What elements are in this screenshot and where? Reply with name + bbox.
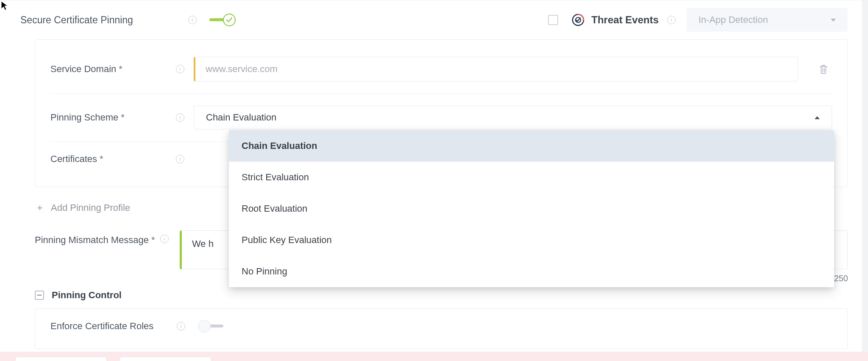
service-domain-input[interactable]: www.service.com [194, 57, 798, 81]
required-asterisk: * [119, 64, 122, 75]
dropdown-option[interactable]: Chain Evaluation [229, 130, 834, 162]
threat-events-label: Threat Events [591, 14, 659, 26]
info-icon[interactable]: i [176, 65, 184, 73]
info-icon[interactable]: i [176, 155, 184, 163]
secure-cert-pinning-toggle[interactable] [209, 16, 236, 24]
plus-icon: + [35, 203, 45, 213]
page-title: Secure Certificate Pinning [20, 14, 133, 26]
threat-events-checkbox[interactable] [548, 15, 558, 25]
info-icon[interactable]: i [667, 16, 676, 24]
threat-events-icon [571, 13, 585, 27]
enforce-certificate-roles-toggle[interactable] [198, 322, 224, 330]
pinning-scheme-select[interactable]: Chain Evaluation [194, 106, 832, 129]
bottom-pill[interactable] [120, 357, 211, 361]
dropdown-option[interactable]: Public Key Evaluation [229, 224, 834, 256]
pinning-control-header[interactable]: − Pinning Control [35, 290, 848, 301]
field-label: Pinning Mismatch Message [35, 235, 149, 246]
info-icon[interactable]: i [176, 113, 184, 122]
required-asterisk: * [121, 112, 125, 123]
detection-select[interactable]: In-App Detection [687, 8, 848, 32]
dropdown-option[interactable]: Root Evaluation [229, 193, 834, 224]
header-row: Secure Certificate Pinning i Threat Even… [0, 0, 868, 39]
info-icon[interactable]: i [188, 16, 197, 24]
char-count: 250 [834, 274, 848, 283]
collapse-icon[interactable]: − [35, 291, 44, 300]
check-icon [223, 14, 236, 26]
required-asterisk: * [151, 235, 155, 246]
dropdown-option[interactable]: Strict Evaluation [229, 162, 834, 193]
add-profile-label: Add Pinning Profile [51, 202, 130, 213]
pinning-control-label: Pinning Control [52, 290, 122, 301]
field-label: Service Domain [50, 64, 116, 75]
dropdown-option[interactable]: No Pinning [229, 256, 834, 287]
right-gutter [862, 0, 868, 361]
info-icon[interactable]: i [160, 235, 169, 243]
chevron-up-icon [815, 116, 820, 119]
chevron-down-icon [831, 19, 836, 22]
service-domain-row: Service Domain * i www.service.com [50, 45, 832, 94]
input-placeholder: www.service.com [206, 64, 278, 75]
input-value-prefix: We h [192, 238, 214, 249]
trash-icon[interactable] [815, 64, 832, 74]
info-icon[interactable]: i [177, 322, 185, 330]
pinning-scheme-dropdown-menu: Chain EvaluationStrict EvaluationRoot Ev… [229, 130, 834, 287]
bottom-bar [0, 352, 868, 361]
required-asterisk: * [100, 154, 103, 165]
field-label: Certificates [50, 154, 97, 165]
field-label: Pinning Scheme [50, 112, 118, 123]
select-value: Chain Evaluation [206, 112, 276, 123]
detection-select-value: In-App Detection [698, 14, 768, 25]
field-label: Enforce Certificate Roles [50, 321, 153, 332]
bottom-pill[interactable] [15, 357, 107, 361]
pinning-control-panel: Enforce Certificate Roles i [35, 308, 848, 349]
